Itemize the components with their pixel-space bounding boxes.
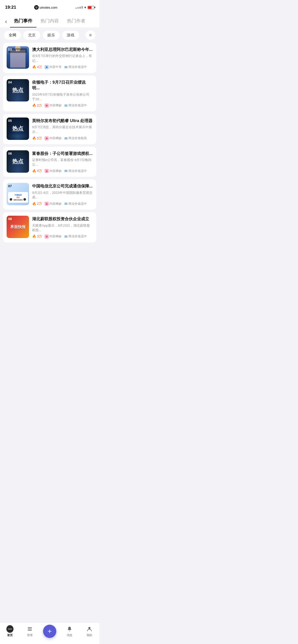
item-meta: 🔥 4万 ■ 内容中等 商业价值适中 — [32, 65, 93, 69]
status-bar: 19:21 U uinotes.com ▾ — [0, 0, 99, 13]
item-thumbnail: 06 热点 — [7, 150, 29, 173]
logo-icon: U — [34, 5, 39, 10]
fire-icon: 🔥 — [32, 136, 36, 140]
item-thumbnail: 05 热点 — [7, 118, 29, 140]
item-content: 中国电信北京公司完成通信保障... 9月2日-6日，2023年中国国际服务贸易交… — [32, 183, 93, 206]
fire-icon: 🔥 — [32, 169, 36, 173]
filter-entertainment[interactable]: 娱乐 — [43, 31, 60, 40]
content-icon: ■ — [45, 104, 49, 108]
content-level: ■ 内容稀缺 — [45, 202, 62, 206]
content-level: ■ 内容稀缺 — [45, 169, 62, 173]
item-meta: 🔥 5万 ■ 内容稀缺 商业价值较高 — [32, 136, 93, 141]
item-meta: 🔥 2万 ■ 内容稀缺 商业价值适中 — [32, 103, 93, 108]
commercial-icon — [64, 169, 68, 173]
battery-icon — [88, 6, 94, 9]
item-title: 澳大利亚总理阿尔巴尼斯称今年... — [32, 47, 93, 52]
item-content: 英特尔发布初代酷睿 Ultra 处理器 9月7日消息，英特尔最近在技术展示中展示… — [32, 118, 93, 141]
item-desc: 9月7日消息，英特尔最近在技术展示中展示... — [32, 125, 93, 134]
back-button[interactable]: ‹ — [4, 17, 8, 26]
list-item[interactable]: 07 中国电信 5G 国家应急通信 — [3, 179, 96, 210]
content-icon: ■ — [45, 235, 49, 239]
commercial-value: 商业价值适中 — [64, 103, 87, 108]
rank-number: 03 — [8, 48, 12, 51]
fire-icon: 🔥 — [32, 104, 36, 107]
item-desc: 天眼查App显示，8月23日，湖北蔚联股权投... — [32, 223, 93, 232]
filter-bar: 全网 北京 娱乐 游戏 ≡ — [0, 27, 99, 43]
item-thumbnail: 07 中国电信 5G 国家应急通信 — [7, 183, 29, 205]
fire-icon: 🔥 — [32, 235, 36, 238]
list-item[interactable]: 03 和 外 澳大利亚总理阿尔巴尼斯称今年... 在9月7日举行的外交部例行记者… — [3, 43, 96, 73]
signal-icon — [75, 6, 83, 9]
item-desc: 2023年9月7日依顿电子发布公告称公司于20... — [32, 92, 93, 101]
news-flash-text: 界面快报 — [10, 224, 25, 229]
filter-beijing[interactable]: 北京 — [23, 31, 40, 40]
commercial-value: 商业价值较高 — [64, 136, 87, 140]
rank-number: 06 — [8, 152, 12, 155]
heat-count: 🔥 2万 — [32, 201, 42, 206]
status-center: U uinotes.com — [34, 5, 57, 10]
commercial-value: 商业价值适中 — [64, 202, 87, 206]
content-icon: ■ — [45, 202, 49, 206]
item-content: 湖北蔚联股权投资合伙企业成立 天眼查App显示，8月23日，湖北蔚联股权投...… — [32, 216, 93, 239]
content-icon: ■ — [45, 169, 49, 173]
commercial-icon — [64, 104, 68, 107]
item-desc: 在9月7日举行的外交部例行记者会上，有记... — [32, 54, 93, 63]
rank-number: 04 — [8, 81, 12, 84]
heat-count: 🔥 2万 — [32, 103, 42, 108]
item-desc: 证券时报e公司讯，富春股份 9月7日晚间公... — [32, 158, 93, 167]
status-time: 19:21 — [5, 5, 16, 10]
item-content: 富春股份：子公司签署游戏授权... 证券时报e公司讯，富春股份 9月7日晚间公.… — [32, 150, 93, 173]
content-icon: ■ — [45, 65, 49, 69]
content-icon: ■ — [45, 136, 49, 140]
rank-number: 07 — [8, 184, 12, 188]
filter-all[interactable]: 全网 — [4, 31, 21, 40]
commercial-icon — [64, 202, 68, 206]
rank-number: 05 — [8, 119, 12, 122]
item-title: 依顿电子：9月7日召开业绩说明... — [32, 80, 93, 91]
content-level: ■ 内容稀缺 — [45, 136, 62, 140]
status-right: ▾ — [75, 5, 94, 9]
heat-count: 🔥 4万 — [32, 65, 42, 69]
commercial-value: 商业价值适中 — [64, 169, 87, 173]
commercial-icon — [64, 235, 68, 238]
item-meta: 🔥 3万 ■ 内容稀缺 商业价值适中 — [32, 234, 93, 239]
fire-icon: 🔥 — [32, 202, 36, 206]
commercial-value: 商业价值适中 — [64, 234, 87, 239]
list-item[interactable]: 05 热点 英特尔发布初代酷睿 Ultra 处理器 9月7日消息，英特尔最近在技… — [3, 114, 96, 144]
header: ‹ 热门事件 热门内容 热门作者 — [0, 13, 99, 27]
fire-icon: 🔥 — [32, 65, 36, 69]
item-content: 依顿电子：9月7日召开业绩说明... 2023年9月7日依顿电子发布公告称公司于… — [32, 79, 93, 108]
list-item[interactable]: 04 热点 依顿电子：9月7日召开业绩说明... 2023年9月7日依顿电子发布… — [3, 76, 96, 111]
commercial-icon — [64, 65, 68, 69]
content-level: ■ 内容中等 — [45, 65, 62, 69]
list-item[interactable]: 06 热点 富春股份：子公司签署游戏授权... 证券时报e公司讯，富春股份 9月… — [3, 147, 96, 177]
item-meta: 🔥 2万 ■ 内容稀缺 商业价值适中 — [32, 201, 93, 206]
filter-more-button[interactable]: ≡ — [86, 31, 95, 40]
item-desc: 9月2日-6日，2023年中国国际服务贸易交易... — [32, 191, 93, 200]
item-title: 富春股份：子公司签署游戏授权... — [32, 151, 93, 156]
rank-number: 08 — [8, 217, 12, 221]
item-meta: 🔥 4万 ■ 内容稀缺 商业价值适中 — [32, 169, 93, 173]
header-tabs: ‹ 热门事件 热门内容 热门作者 — [4, 16, 95, 27]
list-item[interactable]: 08 界面快报 湖北蔚联股权投资合伙企业成立 天眼查App显示，8月23日，湖北… — [3, 212, 96, 242]
heat-count: 🔥 3万 — [32, 234, 42, 239]
hotspot-label: 热点 — [12, 86, 23, 94]
item-title: 中国电信北京公司完成通信保障... — [32, 183, 93, 189]
item-content: 澳大利亚总理阿尔巴尼斯称今年... 在9月7日举行的外交部例行记者会上，有记..… — [32, 46, 93, 69]
logo-text: uinotes.com — [39, 6, 57, 9]
news-list: 03 和 外 澳大利亚总理阿尔巴尼斯称今年... 在9月7日举行的外交部例行记者… — [0, 43, 99, 242]
item-thumbnail: 04 热点 — [7, 79, 29, 101]
filter-games[interactable]: 游戏 — [62, 31, 79, 40]
tab-events[interactable]: 热门事件 — [10, 16, 36, 27]
wifi-icon: ▾ — [84, 5, 86, 9]
item-thumbnail: 08 界面快报 — [7, 216, 29, 238]
tab-content[interactable]: 热门内容 — [36, 16, 63, 27]
tab-authors[interactable]: 热门作者 — [63, 16, 89, 27]
item-title: 湖北蔚联股权投资合伙企业成立 — [32, 216, 93, 222]
content-level: ■ 内容稀缺 — [45, 103, 62, 108]
item-title: 英特尔发布初代酷睿 Ultra 处理器 — [32, 118, 93, 124]
heat-count: 🔥 5万 — [32, 136, 42, 141]
content-level: ■ 内容稀缺 — [45, 234, 62, 239]
commercial-icon — [64, 137, 68, 140]
commercial-value: 商业价值适中 — [64, 65, 87, 69]
